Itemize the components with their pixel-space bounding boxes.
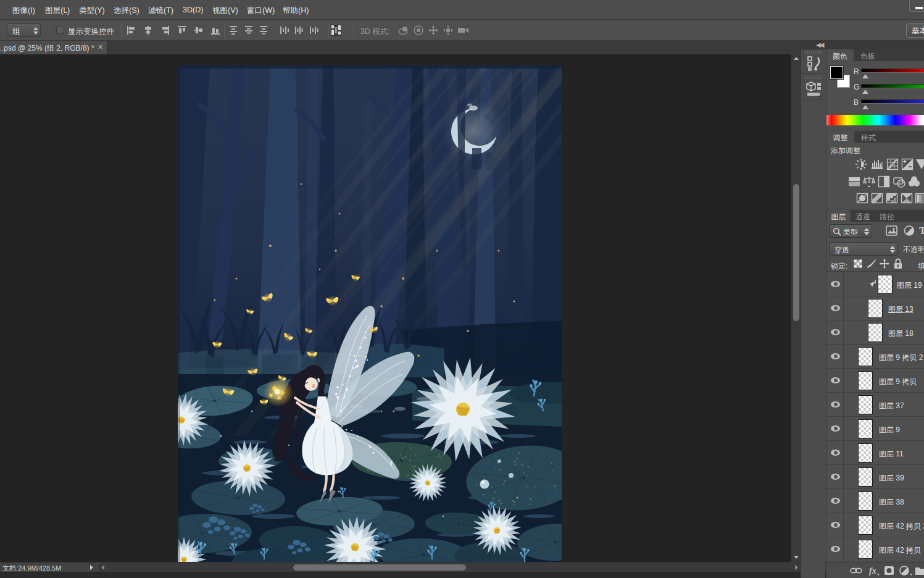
svg-text:fx: fx bbox=[869, 566, 876, 576]
svg-text:T: T bbox=[919, 225, 924, 237]
